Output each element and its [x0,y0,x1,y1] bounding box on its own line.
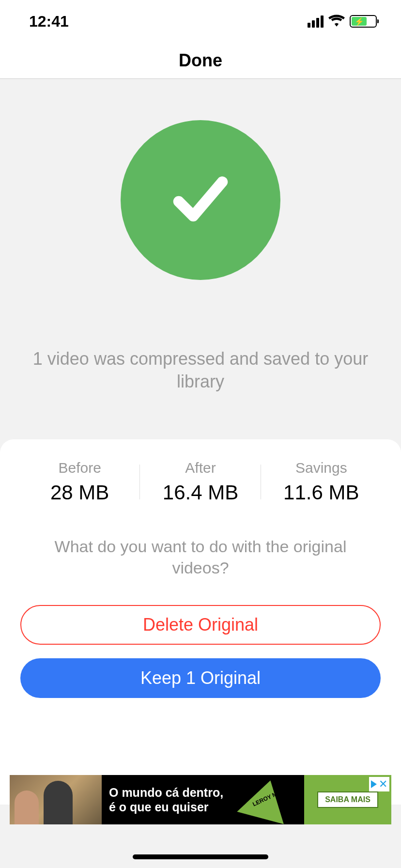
ad-cta-button[interactable]: SAIBA MAIS [317,791,378,808]
keep-original-button[interactable]: Keep 1 Original [20,658,381,698]
ad-banner[interactable]: O mundo cá dentro, é o que eu quiser LER… [10,775,391,824]
checkmark-icon [164,164,237,236]
stat-after-label: After [140,460,261,476]
home-indicator[interactable] [133,854,268,859]
stat-before-value: 28 MB [19,481,140,504]
stat-before-label: Before [19,460,140,476]
ad-logo-area: LEROY MERLIN [256,775,304,824]
ad-text: O mundo cá dentro, é o que eu quiser [109,785,223,814]
stat-before: Before 28 MB [19,460,140,504]
content-area: 1 video was compressed and saved to your… [0,79,401,805]
stat-after-value: 16.4 MB [140,481,261,504]
success-message: 1 video was compressed and saved to your… [0,348,401,393]
ad-image [10,775,102,824]
cellular-signal-icon [308,16,324,28]
battery-icon: ⚡ [350,15,377,28]
question-prompt: What do you want to do with the original… [0,536,401,578]
stat-savings: Savings 11.6 MB [261,460,382,504]
wifi-icon [328,14,345,29]
ad-text-area: O mundo cá dentro, é o que eu quiser [102,775,256,824]
status-icons: ⚡ [308,14,377,29]
nav-bar: Done [0,43,401,79]
status-time: 12:41 [29,13,69,31]
stat-after: After 16.4 MB [140,460,261,504]
success-circle [121,120,280,280]
charging-bolt-icon: ⚡ [355,17,364,26]
ad-cta-area: SAIBA MAIS ✕ [304,775,391,824]
ad-info-icon [371,780,377,788]
results-card: Before 28 MB After 16.4 MB Savings 11.6 … [0,439,401,708]
stats-row: Before 28 MB After 16.4 MB Savings 11.6 … [0,460,401,504]
ad-close[interactable]: ✕ [369,777,389,791]
stat-savings-label: Savings [261,460,382,476]
button-group: Delete Original Keep 1 Original [0,578,401,698]
delete-original-button[interactable]: Delete Original [20,605,381,645]
stat-savings-value: 11.6 MB [261,481,382,504]
status-bar: 12:41 ⚡ [0,0,401,43]
close-icon: ✕ [379,778,387,790]
page-title: Done [179,50,222,71]
